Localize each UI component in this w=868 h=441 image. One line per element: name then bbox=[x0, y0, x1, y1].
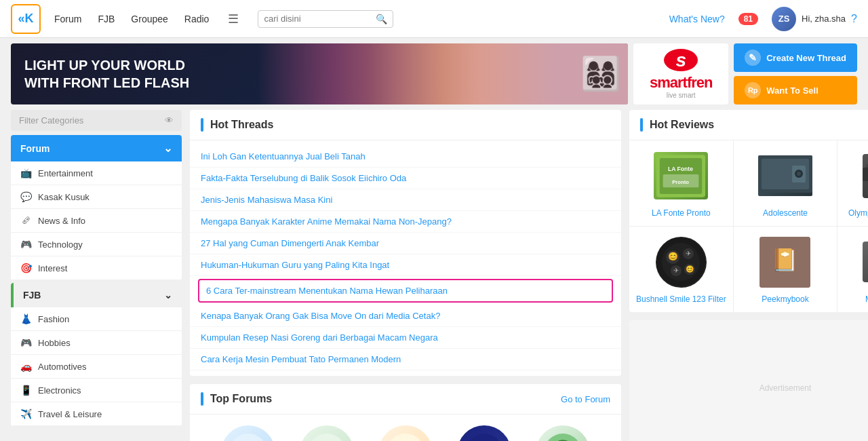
sidebar-fjb-section: FJB ⌄ 👗 Fashion 🎮 Hobbies 🚗 Automotives … bbox=[11, 283, 182, 426]
review-img-filter: 😊 ✈ ✈ 😊 bbox=[650, 235, 711, 289]
svg-point-48 bbox=[662, 243, 700, 281]
entertainment-icon: 📺 bbox=[20, 168, 31, 178]
review-img-book: 📔 bbox=[755, 235, 816, 289]
review-cell-book[interactable]: 📔 Peekmybook bbox=[734, 227, 837, 312]
sidebar-item-electronics[interactable]: 📱 Electronics bbox=[11, 379, 182, 402]
filter-eye-icon[interactable]: 👁 bbox=[165, 115, 174, 126]
thread-item[interactable]: Mengapa Banyak Karakter Anime Memakai Na… bbox=[190, 211, 621, 233]
review-label-bag: Mr.Pale Bags bbox=[865, 294, 868, 304]
banner-actions: ✎ Create New Thread Rp Want To Sell bbox=[734, 43, 857, 104]
book-product-img: 📔 bbox=[760, 237, 810, 288]
thread-item[interactable]: Kenapa Banyak Orang Gak Bisa Move On dar… bbox=[190, 305, 621, 327]
sidebar-item-automotives[interactable]: 🚗 Automotives bbox=[11, 355, 182, 379]
review-cell-filter[interactable]: 😊 ✈ ✈ 😊 Bushnell Smile 123 Filter bbox=[629, 227, 733, 312]
smartfren-tagline: live smart bbox=[667, 92, 696, 99]
thread-item[interactable]: Kumpulan Resep Nasi Goreng dari Berbagai… bbox=[190, 327, 621, 349]
top-forums-title: Top Forums bbox=[210, 393, 272, 405]
search-box: 🔍 bbox=[258, 10, 393, 28]
svg-text:😊: 😊 bbox=[667, 251, 677, 261]
ad-placeholder: Advertisement bbox=[629, 320, 868, 441]
logo[interactable]: «K bbox=[11, 4, 41, 34]
svg-point-0 bbox=[229, 434, 267, 441]
banner-text: LIGHT UP YOUR WORLD WITH FRONT LED FLASH bbox=[24, 56, 189, 92]
interest-icon: 🎯 bbox=[20, 263, 31, 273]
thread-item[interactable]: Ini Loh Gan Ketentuannya Jual Beli Tanah bbox=[190, 146, 621, 168]
review-label-noodle: LA Fonte Pronto bbox=[652, 208, 711, 218]
header-bar bbox=[201, 118, 203, 132]
filter-product-img: 😊 ✈ ✈ 😊 bbox=[656, 237, 707, 288]
thread-item[interactable]: Cara Kerja Mesin Pembuat Tato Permanen M… bbox=[190, 349, 621, 370]
forum-card-lounge[interactable]: The Lounge bbox=[214, 425, 282, 441]
noodle-product-img: LA Fonte Pronto bbox=[654, 152, 708, 199]
want-to-sell-button[interactable]: Rp Want To Sell bbox=[734, 76, 857, 104]
sidebar-item-technology[interactable]: 🎮 Technology bbox=[11, 233, 182, 256]
hot-threads-title: Hot Threads bbox=[210, 119, 273, 131]
posting-icon-box bbox=[378, 425, 433, 441]
hamburger-button[interactable]: ☰ bbox=[222, 8, 244, 30]
forum-card-malang[interactable]: Malang bbox=[529, 425, 597, 441]
reviews-header-bar bbox=[640, 118, 643, 132]
hot-reviews-header: Hot Reviews bbox=[629, 110, 868, 140]
nav-forum[interactable]: Forum bbox=[54, 14, 81, 24]
review-img-camera bbox=[859, 149, 868, 203]
sidebar-item-travel-leisure[interactable]: ✈️ Travel & Leisure bbox=[11, 402, 182, 426]
thread-item[interactable]: Jenis-Jenis Mahasiswa Masa Kini bbox=[190, 189, 621, 211]
svg-text:LA Fonte: LA Fonte bbox=[668, 166, 693, 172]
banner-people: 👩‍👩‍👧‍👦 bbox=[258, 43, 628, 104]
news-info-icon: 🗞 bbox=[20, 215, 31, 226]
user-greeting: Hi, zha.sha bbox=[802, 14, 846, 24]
search-icon[interactable]: 🔍 bbox=[376, 14, 387, 24]
forums-carousel: ‹ The Lounge bbox=[190, 415, 621, 441]
hot-reviews-title: Hot Reviews bbox=[650, 119, 714, 131]
thread-item[interactable]: 27 Hal yang Cuman Dimengerti Anak Kembar bbox=[190, 233, 621, 254]
whats-new-link[interactable]: What's New? bbox=[669, 14, 725, 24]
svg-rect-39 bbox=[863, 168, 868, 181]
thread-item[interactable]: Fakta-Fakta Terselubung di Balik Sosok E… bbox=[190, 168, 621, 189]
sidebar-item-interest[interactable]: 🎯 Interest bbox=[11, 256, 182, 280]
wallet-product-img bbox=[758, 155, 812, 196]
sidebar-item-fashion[interactable]: 👗 Fashion bbox=[11, 307, 182, 331]
nav-groupee[interactable]: Groupee bbox=[131, 14, 167, 24]
sidebar-fjb-header[interactable]: FJB ⌄ bbox=[11, 283, 182, 307]
forum-card-english[interactable]: ABC Fun With English bbox=[450, 425, 518, 441]
create-thread-button[interactable]: ✎ Create New Thread bbox=[734, 43, 857, 72]
review-cell-camera[interactable]: Olympus O-MD E-M10 bbox=[837, 140, 868, 226]
sidebar-item-kasak-kusuk[interactable]: 💬 Kasak Kusuk bbox=[11, 185, 182, 209]
notification-badge[interactable]: 81 bbox=[738, 13, 758, 25]
lounge-icon-box bbox=[221, 425, 275, 441]
nav-radio[interactable]: Radio bbox=[184, 14, 210, 24]
thread-item-highlighted[interactable]: 6 Cara Ter-mainstream Menentukan Nama He… bbox=[198, 279, 613, 303]
sidebar-forum-header[interactable]: Forum ⌄ bbox=[11, 135, 182, 161]
fashion-icon: 👗 bbox=[20, 313, 31, 324]
review-cell-wallet[interactable]: Adolescente bbox=[734, 140, 837, 226]
avatar[interactable]: ZS bbox=[772, 7, 796, 31]
reviews-grid: LA Fonte Pronto LA Fonte Pronto bbox=[629, 140, 868, 312]
review-cell-bag[interactable]: Mr.Pale Bags bbox=[837, 227, 868, 312]
forum-card-berita[interactable]: Berita Dan Politik bbox=[293, 425, 361, 441]
svg-point-12 bbox=[387, 434, 425, 441]
forum-card-posting[interactable]: Buat Latihan Posting bbox=[372, 425, 439, 441]
hobbies-icon: 🎮 bbox=[20, 337, 31, 348]
user-area: ZS Hi, zha.sha ? bbox=[772, 7, 857, 31]
svg-point-5 bbox=[308, 434, 346, 441]
thread-item[interactable]: Hukuman-Hukuman Guru yang Paling Kita In… bbox=[190, 254, 621, 276]
go-to-forum-link[interactable]: Go to Forum bbox=[561, 394, 610, 404]
kasak-kusuk-icon: 💬 bbox=[20, 191, 31, 202]
svg-text:Pronto: Pronto bbox=[672, 178, 689, 185]
review-cell-noodle[interactable]: LA Fonte Pronto LA Fonte Pronto bbox=[629, 140, 733, 226]
svg-point-22 bbox=[544, 434, 582, 441]
sidebar: Filter Categories 👁 Forum ⌄ 📺 Entertainm… bbox=[11, 110, 182, 441]
sidebar-item-news-info[interactable]: 🗞 News & Info bbox=[11, 209, 182, 233]
content-area: Hot Threads Ini Loh Gan Ketentuannya Jua… bbox=[190, 110, 621, 441]
english-icon-box: ABC bbox=[457, 425, 511, 441]
smartfren-logo-s: s bbox=[664, 49, 698, 71]
help-icon[interactable]: ? bbox=[851, 13, 857, 25]
hot-threads-card: Hot Threads Ini Loh Gan Ketentuannya Jua… bbox=[190, 110, 621, 376]
bag-product-img bbox=[863, 242, 868, 282]
nav-fjb[interactable]: FJB bbox=[98, 14, 115, 24]
search-input[interactable] bbox=[264, 14, 372, 24]
forum-chevron-icon: ⌄ bbox=[163, 142, 172, 155]
sidebar-item-hobbies[interactable]: 🎮 Hobbies bbox=[11, 331, 182, 355]
sidebar-item-entertainment[interactable]: 📺 Entertainment bbox=[11, 161, 182, 185]
header-bar2 bbox=[201, 392, 203, 406]
